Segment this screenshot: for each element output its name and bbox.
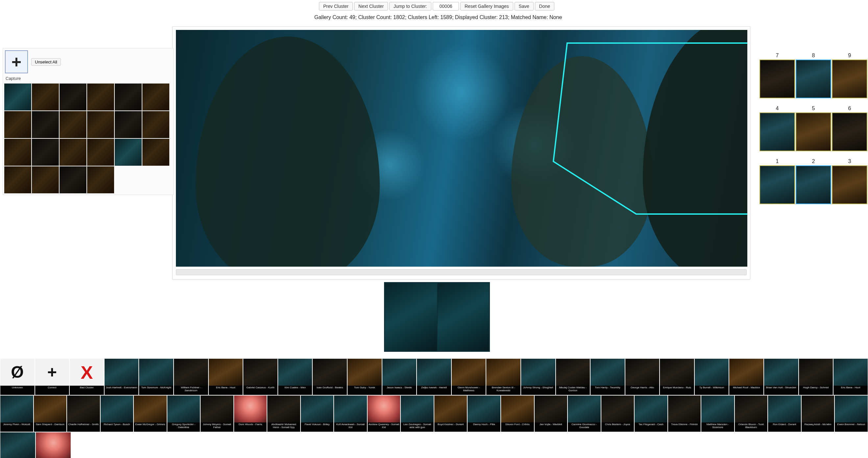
gallery-item[interactable]: Tom Sizemore - McKnight: [139, 359, 173, 395]
gallery-item[interactable]: Johnny Meyers - Somali Father: [200, 396, 234, 432]
gallery-item[interactable]: Lee Geohagen - Somali aide with gun: [401, 396, 434, 432]
gallery-item[interactable]: Ewan McGregor - Grimes: [134, 396, 167, 432]
gallery-item[interactable]: William Fichtner - Sanderson: [174, 359, 208, 395]
cluster-thumb[interactable]: [60, 84, 87, 111]
cluster-thumb[interactable]: [4, 84, 31, 111]
cluster-thumb[interactable]: [87, 166, 114, 193]
gallery-item[interactable]: Eric Bana - Hoot: [209, 359, 243, 395]
gallery-item[interactable]: Andrew Queeney - Somali Kid: [368, 396, 400, 432]
gallery-item[interactable]: Michael Roof - Maddox: [729, 359, 764, 395]
candidate-thumb[interactable]: [832, 113, 867, 151]
cluster-thumb[interactable]: [4, 139, 31, 166]
candidate-thumb[interactable]: [796, 60, 831, 98]
gallery-item[interactable]: Tac Fitzgerald - Cash: [634, 396, 668, 432]
gallery-item[interactable]: Gabriel Casseus - Kurth: [243, 359, 278, 395]
gallery-item[interactable]: Charlie Hofheimer - Smith: [67, 396, 100, 432]
gallery-item[interactable]: Boyd Kestner - Durant: [434, 396, 467, 432]
gallery-item[interactable]: Dom Woods - Farris: [234, 396, 267, 432]
candidate-thumb[interactable]: [832, 60, 867, 98]
gallery-item[interactable]: Danny Hoch - Pilla: [468, 396, 500, 432]
gallery-item[interactable]: Ewen Bremner - Nelson: [835, 396, 868, 432]
candidate-thumb[interactable]: [796, 165, 831, 204]
main-frame-scrollbar[interactable]: [176, 269, 747, 275]
cluster-thumb[interactable]: [143, 84, 169, 111]
gallery-item[interactable]: Enrique Murciano - Ruiz: [660, 359, 694, 395]
gallery-item[interactable]: Jason Isaacs - Steele: [382, 359, 416, 395]
candidate-thumb[interactable]: [760, 113, 795, 151]
cluster-thumb[interactable]: [115, 111, 142, 138]
cluster-thumb[interactable]: [32, 139, 59, 166]
gallery-tool[interactable]: XBad Cluster: [70, 359, 104, 395]
cluster-thumb[interactable]: [60, 139, 87, 166]
gallery-item[interactable]: Eric Bana - Hoot: [834, 359, 868, 395]
prev-cluster-button[interactable]: Prev Cluster: [319, 2, 353, 10]
gallery-item[interactable]: Brian Van Holt - Struecker: [764, 359, 798, 395]
gallery-tool[interactable]: ØUnknown: [0, 359, 34, 395]
gallery-item[interactable]: Ty Burrell - Wilkinson: [695, 359, 729, 395]
gallery-item[interactable]: Matthew Marsden - Sizemore: [701, 396, 734, 432]
gallery-item[interactable]: Carmine Giovinazzo - Goodale: [568, 396, 601, 432]
gallery-item[interactable]: Tom Guiry - Yurek: [347, 359, 382, 395]
gallery-item[interactable]: Ioan Gruffudd - Beales: [313, 359, 347, 395]
cluster-thumb[interactable]: [143, 111, 169, 138]
gallery-item[interactable]: Johnny Strong - Shughart: [521, 359, 555, 395]
gallery-item[interactable]: Sam Shepard - Garrison: [34, 396, 67, 432]
unselect-all-button[interactable]: Unselect All: [31, 58, 61, 66]
cluster-thumb[interactable]: [32, 84, 59, 111]
cluster-thumb[interactable]: [143, 139, 169, 166]
gallery-item[interactable]: Nikolaj Coster-Waldau - Gordon: [556, 359, 590, 395]
gallery-item[interactable]: Steven Ford - Cribbs: [501, 396, 534, 432]
cluster-thumb[interactable]: [32, 166, 59, 193]
cluster-thumb[interactable]: [60, 111, 87, 138]
cluster-thumb[interactable]: [60, 166, 87, 193]
add-cluster-button[interactable]: +: [5, 50, 28, 73]
cluster-thumb[interactable]: [87, 84, 114, 111]
gallery-item-image: [835, 396, 868, 423]
gallery-item[interactable]: Treva Etienne - Firimbi: [668, 396, 701, 432]
save-button[interactable]: Save: [515, 2, 534, 10]
current-cluster-thumb[interactable]: [437, 283, 489, 351]
candidate-thumb[interactable]: [796, 113, 831, 151]
gallery-item-image: [701, 396, 734, 423]
current-cluster-thumb[interactable]: [385, 283, 437, 351]
candidate-index: 5: [796, 105, 831, 112]
next-cluster-button[interactable]: Next Cluster: [354, 2, 388, 10]
cluster-thumb[interactable]: [32, 111, 59, 138]
gallery-item-image: [729, 359, 764, 386]
candidate-thumb[interactable]: [760, 60, 795, 98]
candidate-thumb[interactable]: [832, 165, 867, 204]
jump-to-cluster-input[interactable]: [433, 2, 459, 10]
gallery-item[interactable]: Kim Coates - Wex: [278, 359, 312, 395]
gallery-item[interactable]: Glenn Morshower - Matthews: [452, 359, 486, 395]
main-frame-image[interactable]: [176, 30, 747, 267]
gallery-item[interactable]: Zeljko Ivanek - Harrell: [417, 359, 451, 395]
gallery-item[interactable]: Razaaq Adoti - Mo'alim: [802, 396, 834, 432]
done-button[interactable]: Done: [535, 2, 554, 10]
gallery-item[interactable]: Jeremy Piven - Wolcott: [0, 396, 33, 432]
gallery-item[interactable]: Tom Hardy - Twombly: [590, 359, 625, 395]
cluster-thumb[interactable]: [87, 111, 114, 138]
gallery-item[interactable]: Richard Tyson - Busch: [101, 396, 133, 432]
cluster-thumb[interactable]: [4, 111, 31, 138]
gallery-item[interactable]: Ron Eldard - Durant: [768, 396, 801, 432]
candidate-thumb[interactable]: [760, 165, 795, 204]
gallery-tool[interactable]: +Correct: [35, 359, 69, 395]
cluster-thumb[interactable]: [4, 166, 31, 193]
gallery-item[interactable]: Pavel Vokoun - Briley: [301, 396, 334, 432]
gallery-item[interactable]: Josh Hartnett - Eversmann: [104, 359, 139, 395]
gallery-item[interactable]: [36, 432, 71, 458]
gallery-item[interactable]: [0, 432, 35, 458]
reset-gallery-button[interactable]: Reset Gallery Images: [460, 2, 513, 10]
gallery-item[interactable]: Hugh Dancy - Schmid: [799, 359, 833, 395]
gallery-item[interactable]: Abdibashir Mohamed Hersi - Somali Spy: [267, 396, 300, 432]
cluster-thumb[interactable]: [87, 139, 114, 166]
gallery-item[interactable]: Kofi Amankwah - Somali Kid: [334, 396, 367, 432]
gallery-item[interactable]: Brendan Sexton III - Kowalewski: [486, 359, 521, 395]
cluster-thumb[interactable]: [115, 84, 142, 111]
gallery-item[interactable]: Gregory Sporleder - Galentine: [167, 396, 200, 432]
gallery-item[interactable]: George Harris - Atto: [625, 359, 659, 395]
gallery-item[interactable]: Jan Vojta - Waddell: [535, 396, 567, 432]
gallery-item[interactable]: Chris Beetem - Joyce: [601, 396, 634, 432]
gallery-item[interactable]: Orlando Bloom - Todd Blackburn: [735, 396, 768, 432]
cluster-thumb[interactable]: [115, 139, 142, 166]
